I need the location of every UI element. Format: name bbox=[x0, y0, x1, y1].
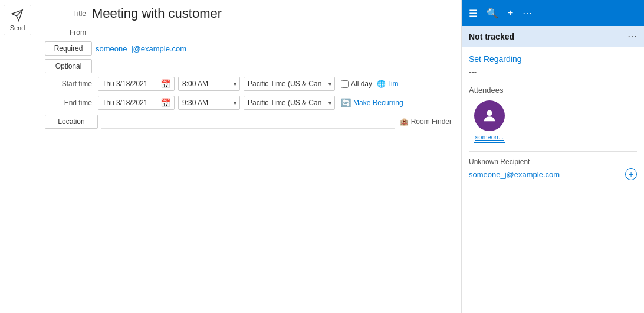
make-recurring-button[interactable]: 🔄 Make Recurring bbox=[341, 98, 403, 107]
svg-point-1 bbox=[487, 110, 492, 116]
optional-row: Optional bbox=[45, 59, 452, 73]
end-time-select[interactable]: 9:30 AM 10:00 AM 10:30 AM 11:00 AM bbox=[178, 96, 240, 110]
calendar-icon: 📅 bbox=[160, 79, 170, 89]
not-tracked-bar: Not tracked ⋯ bbox=[462, 26, 644, 47]
start-date-value: Thu 3/18/2021 bbox=[102, 80, 158, 88]
right-panel: ☰ 🔍 + ⋯ Not tracked ⋯ Set Regarding --- … bbox=[461, 0, 644, 313]
attendee-card: someon... bbox=[469, 100, 510, 143]
skype-icon: 🌐 bbox=[377, 80, 386, 88]
end-date-picker[interactable]: Thu 3/18/2021 📅 bbox=[98, 96, 175, 110]
end-time-row: End time Thu 3/18/2021 📅 9:30 AM 10:00 A… bbox=[45, 96, 452, 110]
required-button[interactable]: Required bbox=[45, 41, 92, 56]
allday-checkbox[interactable] bbox=[341, 80, 349, 88]
attendees-label: Attendees bbox=[469, 86, 637, 94]
title-row: Title Meeting with customer bbox=[45, 6, 452, 21]
start-time-label: Start time bbox=[45, 80, 98, 88]
main-form: Title Meeting with customer From Require… bbox=[35, 0, 461, 313]
set-regarding-button[interactable]: Set Regarding bbox=[469, 54, 637, 64]
more-options-icon[interactable]: ⋯ bbox=[523, 8, 532, 19]
attendee-name[interactable]: someon... bbox=[475, 133, 504, 141]
skype-label: Tim bbox=[387, 80, 399, 88]
end-timezone-select-wrap: Pacific Time (US & Cana... bbox=[244, 96, 335, 110]
skype-meeting-wrap[interactable]: 🌐 Tim bbox=[377, 80, 399, 88]
start-time-select-wrap: 8:00 AM 8:30 AM 9:00 AM 9:30 AM bbox=[178, 77, 240, 91]
recurring-label: Make Recurring bbox=[353, 99, 403, 107]
location-input[interactable] bbox=[101, 115, 395, 129]
end-timezone-select[interactable]: Pacific Time (US & Cana... bbox=[244, 96, 335, 110]
end-calendar-icon: 📅 bbox=[160, 98, 170, 107]
attendee-underline bbox=[474, 142, 505, 143]
send-panel: Send bbox=[0, 0, 35, 313]
search-icon[interactable]: 🔍 bbox=[487, 8, 498, 19]
optional-button[interactable]: Optional bbox=[45, 59, 92, 73]
start-date-picker[interactable]: Thu 3/18/2021 📅 bbox=[98, 77, 175, 91]
location-button[interactable]: Location bbox=[45, 115, 98, 129]
meeting-title: Meeting with customer bbox=[92, 6, 222, 21]
room-finder-label: Room Finder bbox=[411, 118, 452, 126]
add-recipient-button[interactable]: + bbox=[625, 168, 637, 180]
send-label: Send bbox=[10, 24, 25, 31]
unknown-recipient-email[interactable]: someone_j@example.com bbox=[469, 170, 560, 179]
end-time-select-wrap: 9:30 AM 10:00 AM 10:30 AM 11:00 AM bbox=[178, 96, 240, 110]
required-input[interactable] bbox=[96, 42, 452, 56]
not-tracked-more-icon[interactable]: ⋯ bbox=[627, 31, 637, 42]
not-tracked-label: Not tracked bbox=[469, 32, 514, 41]
start-timezone-select[interactable]: Pacific Time (US & Cana... bbox=[244, 77, 335, 91]
header-icons: ☰ 🔍 + ⋯ bbox=[469, 8, 532, 19]
from-row: From bbox=[45, 28, 452, 37]
regarding-value: --- bbox=[469, 67, 637, 76]
separator bbox=[469, 151, 637, 152]
room-finder-icon: 🏨 bbox=[400, 118, 409, 126]
location-row: Location 🏨 Room Finder bbox=[45, 115, 452, 129]
from-label: From bbox=[45, 28, 92, 37]
allday-wrap: All day bbox=[341, 80, 372, 88]
unknown-recipient-section: Unknown Recipient someone_j@example.com … bbox=[469, 158, 637, 180]
start-time-row: Start time Thu 3/18/2021 📅 8:00 AM 8:30 … bbox=[45, 77, 452, 91]
person-icon bbox=[481, 107, 498, 124]
start-time-select[interactable]: 8:00 AM 8:30 AM 9:00 AM 9:30 AM bbox=[178, 77, 240, 91]
right-header: ☰ 🔍 + ⋯ bbox=[462, 0, 644, 26]
right-content: Set Regarding --- Attendees someon... Un… bbox=[462, 47, 644, 313]
allday-label: All day bbox=[351, 80, 372, 88]
unknown-recipient-email-row: someone_j@example.com + bbox=[469, 168, 637, 180]
required-row: Required bbox=[45, 41, 452, 56]
title-label: Title bbox=[45, 9, 92, 18]
hamburger-icon[interactable]: ☰ bbox=[469, 8, 477, 19]
unknown-recipient-label: Unknown Recipient bbox=[469, 158, 637, 166]
send-button[interactable]: Send bbox=[4, 5, 32, 35]
end-time-label: End time bbox=[45, 99, 98, 107]
room-finder-button[interactable]: 🏨 Room Finder bbox=[400, 118, 452, 126]
start-timezone-select-wrap: Pacific Time (US & Cana... bbox=[244, 77, 335, 91]
attendee-avatar bbox=[474, 100, 505, 131]
send-icon bbox=[11, 9, 24, 22]
end-date-value: Thu 3/18/2021 bbox=[102, 99, 158, 107]
add-icon[interactable]: + bbox=[508, 8, 513, 18]
recurring-icon: 🔄 bbox=[341, 98, 351, 107]
optional-input[interactable] bbox=[96, 60, 452, 73]
